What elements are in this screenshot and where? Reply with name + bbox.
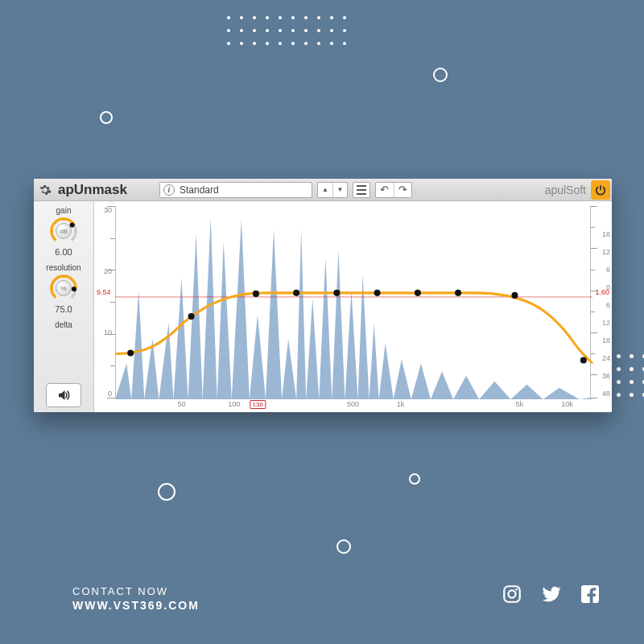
spectrum-graph[interactable]: 30 20 10 0 18 12 6 — [94, 201, 612, 412]
decor-circle — [409, 473, 420, 485]
power-button[interactable] — [591, 180, 610, 200]
eq-handle[interactable] — [455, 290, 461, 296]
x-axis: 50 100 136 500 1k 5k 10k — [115, 400, 591, 411]
eq-handle[interactable] — [253, 291, 259, 297]
decor-circle — [100, 111, 113, 124]
plugin-sidebar: gain dB 6.00 resolution % 75.0 delta — [34, 201, 94, 412]
decor-circle — [336, 539, 351, 554]
preset-prev-button[interactable]: ▲ — [318, 183, 332, 197]
preset-name: Standard — [180, 184, 308, 196]
decor-dot-grid-top — [225, 14, 349, 48]
resolution-value: 75.0 — [55, 304, 72, 314]
eq-handle[interactable] — [293, 290, 299, 296]
website-label: WWW.VST369.COM — [72, 599, 200, 612]
power-icon — [595, 184, 606, 196]
preset-menu-button[interactable] — [353, 182, 370, 198]
twitter-icon[interactable] — [540, 584, 563, 607]
svg-point-1 — [508, 590, 515, 597]
eq-handle[interactable] — [511, 292, 518, 299]
svg-rect-0 — [504, 586, 520, 602]
info-icon: i — [163, 184, 175, 196]
preset-stepper[interactable]: ▲ ▼ — [317, 182, 348, 198]
contact-label: CONTACT NOW — [72, 585, 200, 597]
eq-handle[interactable] — [127, 349, 134, 356]
spectrum-svg — [94, 201, 612, 412]
redo-button[interactable]: ↷ — [394, 183, 411, 197]
undo-button[interactable]: ↶ — [376, 183, 394, 197]
preset-selector[interactable]: i Standard — [159, 182, 312, 198]
eq-handle[interactable] — [188, 313, 195, 320]
eq-handle[interactable] — [415, 290, 421, 296]
social-icons — [502, 584, 600, 608]
decor-circle — [433, 68, 448, 82]
settings-button[interactable] — [34, 184, 56, 196]
gain-label: gain — [56, 206, 72, 215]
svg-point-2 — [515, 588, 518, 591]
eq-handle[interactable] — [580, 357, 587, 363]
plugin-title: apUnmask — [56, 182, 138, 198]
plugin-window: apUnmask i Standard ▲ ▼ ↶ ↷ apulSoft gai… — [34, 179, 612, 412]
resolution-unit: % — [56, 280, 72, 296]
gear-icon — [39, 184, 52, 196]
eq-handle[interactable] — [333, 290, 340, 296]
instagram-icon[interactable] — [502, 584, 522, 608]
gain-value: 6.00 — [55, 247, 72, 257]
preset-next-button[interactable]: ▼ — [332, 183, 347, 197]
footer: CONTACT NOW WWW.VST369.COM — [72, 585, 200, 612]
freq-marker[interactable]: 136 — [250, 400, 266, 409]
brand-label: apulSoft — [545, 184, 589, 196]
delta-label: delta — [55, 320, 72, 329]
eq-handle[interactable] — [374, 290, 381, 296]
facebook-icon[interactable] — [580, 584, 600, 607]
speaker-icon — [56, 388, 72, 402]
plugin-toolbar: apUnmask i Standard ▲ ▼ ↶ ↷ apulSoft — [34, 179, 612, 201]
delta-button[interactable] — [46, 383, 81, 407]
spectrum-fill — [115, 217, 592, 399]
undo-redo: ↶ ↷ — [375, 182, 412, 198]
resolution-knob[interactable]: % — [50, 275, 77, 302]
decor-circle — [158, 483, 175, 501]
resolution-label: resolution — [46, 263, 80, 272]
gain-knob[interactable]: dB — [50, 217, 77, 245]
